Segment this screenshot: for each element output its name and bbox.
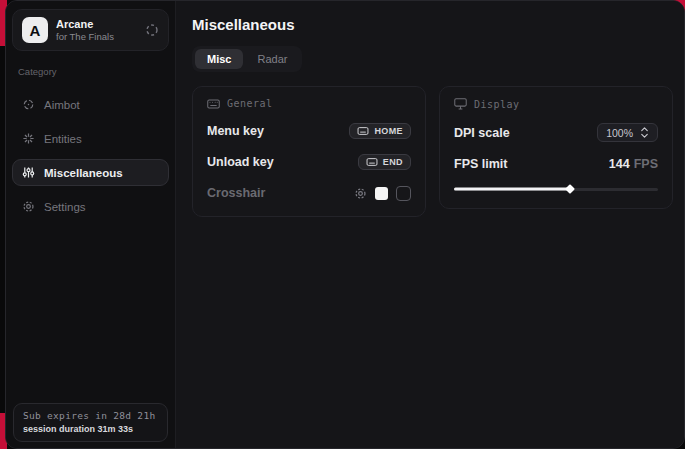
app-window: A Arcane for The Finals Category — [5, 0, 685, 449]
tab-radar[interactable]: Radar — [245, 49, 299, 69]
tab-bar: Misc Radar — [192, 46, 302, 72]
sidebar-item-label: Aimbot — [44, 99, 80, 111]
unload-key-row: Unload key END — [207, 153, 411, 171]
main-content: Miscellaneous Misc Radar General — [176, 1, 685, 448]
fps-limit-unit: FPS — [634, 157, 658, 171]
keyboard-icon — [357, 127, 369, 135]
gear-icon — [21, 200, 35, 213]
entities-icon — [21, 132, 35, 145]
crosshair-icon — [21, 98, 35, 111]
menu-key-label: Menu key — [207, 124, 264, 138]
fps-limit-slider[interactable] — [454, 184, 658, 194]
keyboard-icon — [207, 99, 220, 109]
sliders-icon — [21, 166, 35, 179]
fps-slider-thumb[interactable] — [565, 184, 575, 194]
fps-slider-fill — [454, 188, 570, 191]
fps-limit-value: 144 — [609, 157, 630, 171]
fps-limit-row: FPS limit 144FPS — [454, 155, 658, 173]
sub-expires-text: Sub expires in 28d 21h — [23, 410, 158, 421]
sidebar-item-label: Entities — [44, 133, 82, 145]
app-logo: A — [22, 17, 48, 43]
sidebar-item-miscellaneous[interactable]: Miscellaneous — [12, 159, 169, 186]
crosshair-label: Crosshair — [207, 186, 265, 200]
crosshair-row: Crosshair — [207, 184, 411, 202]
sidebar-item-aimbot[interactable]: Aimbot — [12, 91, 169, 118]
menu-key-row: Menu key HOME — [207, 122, 411, 140]
session-duration-text: session duration 31m 33s — [23, 424, 158, 434]
display-card: Display DPI scale 100% FPS limit — [439, 86, 673, 209]
keyboard-icon — [366, 158, 378, 166]
monitor-icon — [454, 98, 467, 110]
fps-limit-label: FPS limit — [454, 157, 507, 171]
unload-key-binding[interactable]: END — [358, 154, 411, 170]
crosshair-checkbox[interactable] — [396, 186, 411, 201]
sidebar-nav: Aimbot Entities — [12, 91, 169, 220]
sidebar: A Arcane for The Finals Category — [6, 1, 176, 448]
sync-icon[interactable] — [145, 23, 159, 37]
crosshair-color-swatch[interactable] — [375, 187, 388, 200]
tab-misc[interactable]: Misc — [195, 49, 243, 69]
menu-key-binding[interactable]: HOME — [349, 123, 411, 139]
general-card-title: General — [227, 98, 273, 109]
app-subtitle: for The Finals — [56, 31, 114, 42]
sidebar-item-entities[interactable]: Entities — [12, 125, 169, 152]
subscription-info: Sub expires in 28d 21h session duration … — [13, 403, 168, 442]
dpi-scale-label: DPI scale — [454, 126, 510, 140]
sidebar-item-label: Miscellaneous — [44, 167, 123, 179]
sidebar-item-settings[interactable]: Settings — [12, 193, 169, 220]
sidebar-item-label: Settings — [44, 201, 86, 213]
unload-key-label: Unload key — [207, 155, 274, 169]
dpi-scale-row: DPI scale 100% — [454, 123, 658, 142]
display-card-title: Display — [474, 99, 520, 110]
unfold-chevrons-icon — [640, 127, 649, 138]
profile-card: A Arcane for The Finals — [12, 9, 169, 51]
general-card: General Menu key HOME — [192, 86, 426, 217]
crosshair-settings-gear-icon[interactable] — [354, 187, 367, 200]
category-label: Category — [18, 66, 165, 77]
dpi-scale-select[interactable]: 100% — [597, 123, 658, 142]
app-name: Arcane — [56, 18, 114, 30]
page-title: Miscellaneous — [192, 16, 673, 33]
